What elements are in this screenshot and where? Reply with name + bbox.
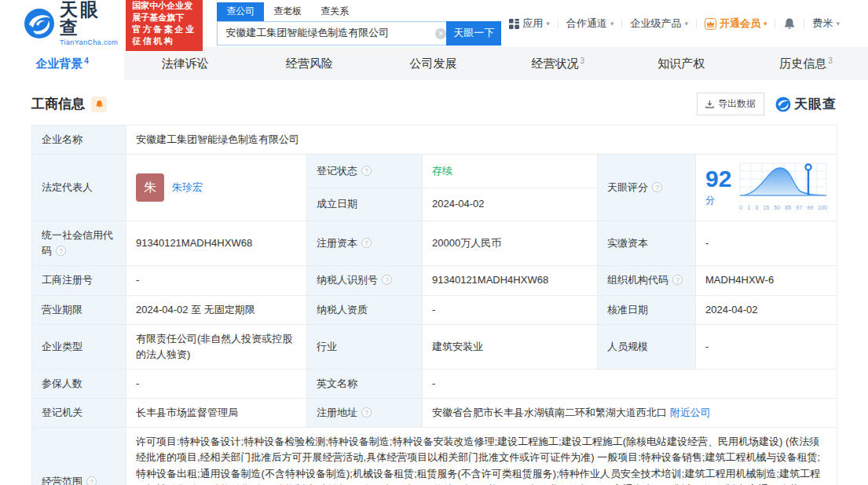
credit-code-label: 统一社会信用代码? [32, 221, 126, 266]
nav-notifications[interactable] [775, 17, 804, 30]
tab-label: 经营状况 [532, 57, 579, 71]
biz-term-label: 营业期限 [32, 295, 126, 324]
taxpayer-id-value: 91340121MADH4HXW68 [423, 266, 598, 295]
nav-apps[interactable]: 应用 ▾ [501, 16, 558, 31]
tab-label: 知识产权 [657, 57, 705, 71]
search-tab-company[interactable]: 查公司 [217, 2, 264, 21]
tab-label: 企业背景 [35, 57, 82, 71]
legal-rep-link[interactable]: 朱珍宏 [172, 180, 203, 195]
tab-company-development[interactable]: 公司发展 [372, 47, 496, 80]
est-date-label: 成立日期 [307, 188, 423, 221]
table-row: 登记机关 长丰县市场监督管理局 注册地址? 安徽省合肥市长丰县水湖镇南二环和繁湖… [32, 399, 837, 428]
label-text: 统一社会信用代码 [42, 229, 113, 257]
help-icon[interactable]: ? [361, 238, 372, 248]
clear-icon[interactable]: ✕ [435, 28, 446, 39]
download-icon [705, 100, 714, 108]
help-icon[interactable]: ? [361, 166, 372, 176]
company-type-label: 企业类型 [32, 324, 126, 369]
tab-operating-status[interactable]: 经营状况3 [496, 47, 620, 80]
subscribe-bell-chip[interactable] [91, 97, 107, 112]
approval-date-value: 2024-04-02 [696, 295, 837, 324]
search-tab-relation[interactable]: 查关系 [311, 2, 358, 21]
tianyancha-logo-icon [775, 97, 791, 112]
tianyancha-logo-icon [24, 8, 55, 39]
nav-cooperation[interactable]: 合作通道 ▾ [559, 16, 622, 31]
nav-user[interactable]: 费米 ▾ [804, 16, 848, 31]
reg-number-label: 工商注册号 [32, 266, 126, 295]
export-data-button[interactable]: 导出数据 [697, 93, 764, 115]
tab-label: 法律诉讼 [162, 57, 209, 71]
score-value: 92分 [705, 167, 733, 207]
search-button[interactable]: 天眼一下 [446, 21, 501, 46]
bell-icon [95, 100, 104, 108]
tab-label: 历史信息 [779, 57, 826, 71]
tab-count: 4 [84, 57, 89, 65]
tab-legal-proceedings[interactable]: 法律诉讼 [124, 47, 248, 80]
top-nav: 应用 ▾ 合作通道 ▾ 企业级产品 ▾ 开通会员 ▾ [501, 16, 848, 31]
chart-axis-ticks: 0131550859799100 [739, 204, 827, 213]
label-text: 天眼评分 [607, 181, 648, 193]
tab-count: 3 [580, 57, 585, 65]
help-icon[interactable]: ? [652, 182, 662, 192]
certification-badge: 国家中小企业发展子基金旗下 官方备案企业征信机构 [126, 0, 203, 51]
score-number: 92 [705, 166, 731, 191]
search-tab-boss[interactable]: 查老板 [264, 2, 311, 21]
section-title: 工商信息 [31, 95, 85, 113]
tab-operating-risk[interactable]: 经营风险 [248, 47, 372, 80]
tab-history-info[interactable]: 历史信息3 [744, 47, 868, 80]
tianyancha-logo[interactable]: 天眼查 TianYanCha.com [24, 1, 118, 46]
reg-status-label: 登记状态? [307, 155, 423, 188]
biz-scope-value: 许可项目:特种设备设计;特种设备检验检测;特种设备制造;特种设备安装改造修理;建… [126, 428, 837, 485]
help-icon[interactable]: ? [86, 476, 97, 485]
table-row: 经营范围? 许可项目:特种设备设计;特种设备检验检测;特种设备制造;特种设备安装… [32, 428, 837, 485]
approval-date-label: 核准日期 [598, 295, 696, 324]
label-text: 经营范围 [42, 476, 82, 485]
tab-company-background[interactable]: 企业背景4 [0, 47, 124, 80]
company-type-value: 有限责任公司(非自然人投资或控股的法人独资) [126, 324, 307, 369]
watermark-logo: 天眼查 [775, 95, 837, 113]
taxpayer-quality-label: 纳税人资质 [307, 295, 423, 324]
score-distribution-chart: 0131550859799100 [739, 162, 827, 213]
company-name-value: 安徽建工集团智能绿色制造有限公司 [126, 126, 837, 155]
help-icon[interactable]: ? [672, 275, 683, 285]
label-text: 注册地址 [317, 407, 357, 418]
section-header: 工商信息 导出数据 天眼查 [31, 93, 837, 115]
chevron-down-icon: ▾ [684, 20, 688, 27]
help-icon[interactable]: ? [382, 275, 392, 285]
score-unit: 分 [705, 195, 715, 206]
watermark-text: 天眼查 [794, 95, 837, 113]
help-icon[interactable]: ? [361, 407, 372, 418]
org-code-value: MADH4HXW-6 [696, 266, 837, 295]
badge-line1: 国家中小企业发展子基金旗下 [132, 0, 196, 24]
est-date-value: 2024-04-02 [423, 188, 598, 221]
table-row: 参保人数 - 英文名称 - [32, 369, 837, 398]
nearby-companies-link[interactable]: 附近公司 [670, 407, 711, 418]
chevron-down-icon: ▾ [546, 20, 550, 27]
taxpayer-quality-value: - [423, 295, 598, 324]
table-row: 法定代表人 朱 朱珍宏 登记状态? 存续 天眼评分? 92分 [32, 155, 837, 188]
help-icon[interactable]: ? [56, 246, 66, 256]
bell-icon [783, 17, 796, 30]
tab-label: 经营风险 [286, 57, 333, 71]
reg-capital-label: 注册资本? [307, 221, 423, 266]
search-input[interactable] [217, 21, 452, 46]
main-tab-bar: 企业背景4 法律诉讼 经营风险 公司发展 经营状况3 知识产权 历史信息3 [0, 47, 868, 80]
table-row: 营业期限 2024-04-02 至 无固定期限 纳税人资质 - 核准日期 202… [32, 295, 837, 324]
chevron-down-icon: ▾ [764, 20, 767, 27]
nav-enterprise-products[interactable]: 企业级产品 ▾ [622, 16, 696, 31]
chevron-down-icon: ▾ [610, 20, 614, 27]
export-label: 导出数据 [718, 97, 756, 111]
label-text: 纳税人识别号 [317, 274, 378, 286]
nav-enterprise-label: 企业级产品 [630, 16, 681, 31]
nav-apps-label: 应用 [522, 16, 543, 31]
nav-vip[interactable]: 开通会员 ▾ [697, 16, 775, 31]
avatar[interactable]: 朱 [136, 173, 164, 202]
tab-intellectual-property[interactable]: 知识产权 [620, 47, 744, 80]
table-row: 统一社会信用代码? 91340121MADH4HXW68 注册资本? 20000… [32, 221, 837, 266]
main-content: 工商信息 导出数据 天眼查 [0, 93, 868, 485]
reg-address-value: 安徽省合肥市长丰县水湖镇南二环和繁湖大道西北口 附近公司 [423, 399, 837, 428]
nav-vip-label: 开通会员 [720, 16, 760, 31]
org-code-label: 组织机构代码? [598, 266, 696, 295]
reg-number-value: - [126, 266, 307, 295]
label-text: 登记状态 [317, 165, 357, 177]
